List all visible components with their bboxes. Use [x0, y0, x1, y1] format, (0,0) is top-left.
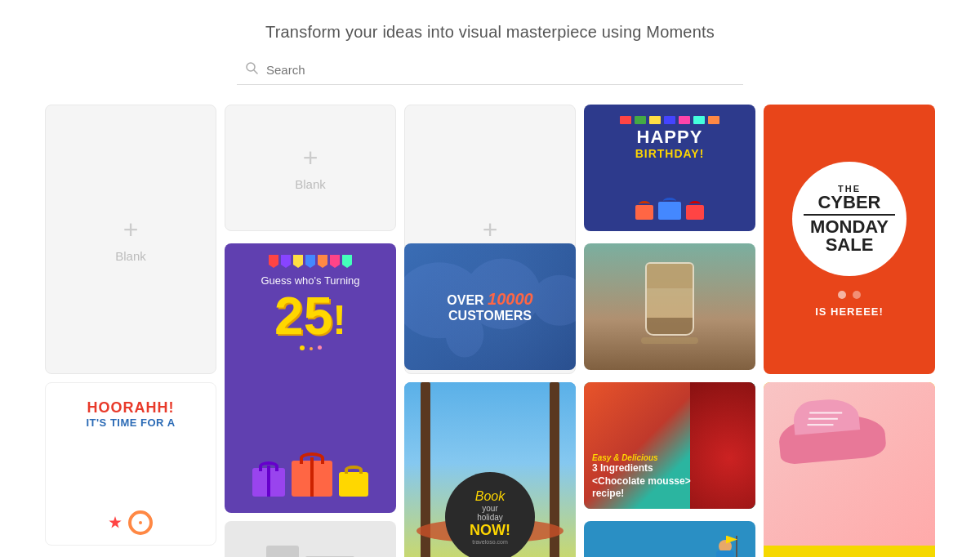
- holiday-card[interactable]: Book your holiday NOW! traveloso.com: [404, 382, 576, 557]
- search-icon: [245, 61, 258, 78]
- recipe-card[interactable]: Easy & Delicious 3 Ingredients <Chocolat…: [584, 382, 755, 509]
- happy-birthday-card[interactable]: HAPPY BIRTHDAY!: [584, 105, 755, 231]
- holiday-now: NOW!: [470, 522, 510, 539]
- birthday-banners: [620, 116, 719, 124]
- blank-card-large[interactable]: + Blank: [45, 105, 216, 374]
- customers-card[interactable]: OVER 10000 CUSTOMERS: [404, 243, 576, 370]
- hoorahh-sub: IT'S TIME FOR A: [86, 417, 175, 429]
- cyber-monday: MONDAY: [810, 218, 889, 236]
- hoorahh-card[interactable]: HOORAHH! IT'S TIME FOR A: [45, 382, 216, 546]
- plus-icon-3: +: [483, 216, 498, 243]
- recipe-title-text: 3 Ingredients <Chocolate mousse> recipe!: [592, 462, 747, 501]
- holiday-book: Book: [475, 489, 505, 504]
- recipe-easy-text: Easy & Delicious: [592, 453, 747, 462]
- page-wrapper: Transform your ideas into visual masterp…: [0, 0, 980, 557]
- customers-suffix: CUSTOMERS: [448, 309, 532, 323]
- birthday-text: BIRTHDAY!: [635, 147, 705, 160]
- customers-number: 10000: [488, 290, 533, 308]
- bd25-gifts: [225, 461, 396, 497]
- plus-icon: +: [123, 216, 139, 243]
- cyber-word: CYBER: [817, 194, 880, 212]
- svg-line-1: [254, 70, 257, 74]
- shoes-card[interactable]: when you get 50% OFF ON COYE FOOTWEAR!: [764, 382, 935, 557]
- page-title: Transform your ideas into visual masterp…: [16, 23, 964, 42]
- search-bar-wrap: [237, 55, 743, 85]
- holiday-your: your: [482, 504, 497, 513]
- customers-text-content: OVER 10000 CUSTOMERS: [417, 290, 563, 323]
- cyber-hereee: IS HEREEE!: [815, 305, 884, 318]
- bd25-turning-text: Guess who's Turning: [261, 274, 360, 287]
- blank-card-medium-1[interactable]: + Blank: [225, 105, 396, 231]
- holiday-url: traveloso.com: [472, 539, 508, 545]
- shoes-img-area: [764, 382, 935, 546]
- birthday-happy-text: HAPPY: [637, 127, 703, 147]
- cyber-divider: [804, 214, 895, 216]
- bd25-exclaim: !: [332, 300, 346, 341]
- search-input[interactable]: [266, 63, 735, 77]
- referral-card[interactable]: EMPLOYEE REFERRAL PROGRAM: [584, 521, 755, 557]
- cyber-sale: SALE: [826, 236, 874, 254]
- bd25-banners: [269, 255, 352, 268]
- plus-icon-2: +: [303, 145, 318, 171]
- hoorahh-text: HOORAHH!: [87, 399, 175, 417]
- customers-over: OVER: [447, 293, 483, 307]
- holiday-circle: Book your holiday NOW! traveloso.com: [445, 472, 535, 557]
- birthday-25-card[interactable]: Guess who's Turning 25 !: [225, 243, 396, 513]
- blank-label-2: Blank: [295, 177, 326, 191]
- template-grid: + Blank + Blank + Blank HAPPY BIR: [0, 105, 980, 557]
- partial-blank-1[interactable]: [225, 521, 396, 557]
- bd25-number: 25: [274, 290, 332, 342]
- cyber-circle: THE CYBER MONDAY SALE: [792, 162, 906, 276]
- smoothie-card[interactable]: [584, 243, 755, 370]
- holiday-holiday: holiday: [477, 513, 503, 522]
- page-header: Transform your ideas into visual masterp…: [0, 0, 980, 55]
- cyber-monday-card[interactable]: THE CYBER MONDAY SALE IS HEREEE!: [764, 105, 935, 374]
- blank-label: Blank: [115, 249, 146, 263]
